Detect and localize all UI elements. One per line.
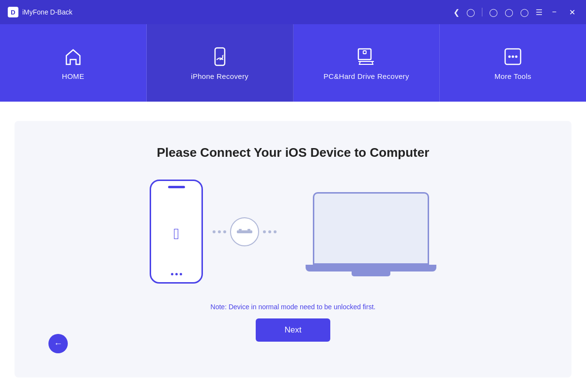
page-title: Please Connect Your iOS Device to Comput… xyxy=(157,145,430,160)
main-area: Please Connect Your iOS Device to Comput… xyxy=(0,102,586,392)
note-text: Note: Device in normal mode need to be u… xyxy=(211,303,376,311)
laptop-illustration xyxy=(306,192,436,271)
svg-point-6 xyxy=(515,55,518,58)
nav-iphone-recovery-label: iPhone Recovery xyxy=(191,72,248,80)
svg-rect-7 xyxy=(237,230,252,233)
mail-icon[interactable]: ◯ xyxy=(505,8,513,17)
nav-home[interactable]: HOME xyxy=(0,24,147,102)
titlebar-controls: ❮ ◯ ◯ ◯ ◯ ☰ − ✕ xyxy=(453,7,578,18)
connect-illustration:  xyxy=(150,180,436,284)
pc-recovery-icon xyxy=(355,46,377,67)
nav-more-tools[interactable]: More Tools xyxy=(440,24,586,102)
iphone-dots xyxy=(171,273,182,275)
titlebar: D iMyFone D-Back ❮ ◯ ◯ ◯ ◯ ☰ − ✕ xyxy=(0,0,586,24)
home-icon xyxy=(62,46,84,67)
iphone-recovery-icon xyxy=(209,46,231,67)
app-title: iMyFone D-Back xyxy=(22,8,72,16)
svg-rect-2 xyxy=(363,51,366,54)
more-tools-icon xyxy=(502,46,524,67)
nav-pc-recovery[interactable]: PC&Hard Drive Recovery xyxy=(293,24,440,102)
apple-logo-icon:  xyxy=(173,225,179,243)
svg-point-4 xyxy=(509,55,511,58)
svg-rect-8 xyxy=(239,229,242,230)
app-logo: D xyxy=(8,7,18,17)
usb-connector xyxy=(213,217,277,246)
nav-pc-recovery-label: PC&Hard Drive Recovery xyxy=(324,72,409,80)
chat-icon[interactable]: ◯ xyxy=(520,8,529,17)
account-icon[interactable]: ◯ xyxy=(466,8,475,17)
nav-home-label: HOME xyxy=(62,72,84,80)
navbar: HOME iPhone Recovery PC&Hard Drive Recov… xyxy=(0,24,586,102)
svg-point-5 xyxy=(512,55,514,58)
nav-iphone-recovery[interactable]: iPhone Recovery xyxy=(147,24,293,102)
settings-icon[interactable]: ◯ xyxy=(489,8,498,17)
menu-icon[interactable]: ☰ xyxy=(536,8,542,17)
next-button[interactable]: Next xyxy=(256,318,331,342)
share-icon[interactable]: ❮ xyxy=(453,8,460,17)
close-button[interactable]: ✕ xyxy=(566,7,578,18)
right-dots xyxy=(263,230,277,233)
titlebar-left: D iMyFone D-Back xyxy=(8,7,72,17)
content-area: Please Connect Your iOS Device to Comput… xyxy=(15,121,571,377)
laptop-screen xyxy=(313,192,429,265)
iphone-illustration:  xyxy=(150,180,203,284)
back-button[interactable]: ← xyxy=(48,334,68,353)
laptop-base xyxy=(306,265,436,271)
minimize-button[interactable]: − xyxy=(549,7,559,17)
divider xyxy=(482,8,482,16)
svg-rect-9 xyxy=(247,229,250,230)
left-dots xyxy=(213,230,226,233)
nav-more-tools-label: More Tools xyxy=(494,72,531,80)
usb-icon xyxy=(230,217,259,246)
